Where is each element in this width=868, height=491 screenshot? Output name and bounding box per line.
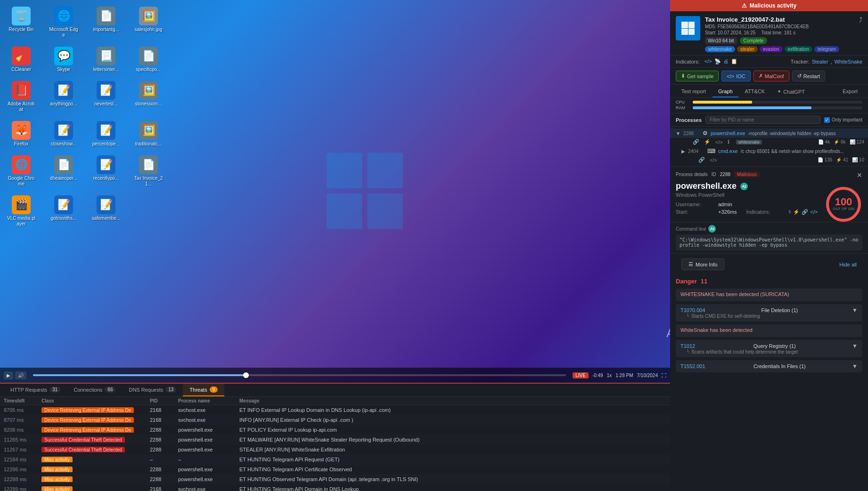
- process-filter-input[interactable]: [705, 116, 820, 124]
- proc-network-icon3[interactable]: 🔗: [802, 209, 808, 215]
- share-icon[interactable]: ⤴: [859, 16, 862, 24]
- desktop-icon-firefox[interactable]: 🦊Firefox: [5, 119, 38, 149]
- desktop-icon-importantg...[interactable]: 📄importantg...: [90, 5, 123, 40]
- bottom-tab-connections[interactable]: Connections 66: [67, 384, 122, 396]
- get-sample-button[interactable]: ⬇ Get sample: [676, 71, 719, 81]
- hide-all-button[interactable]: Hide all: [834, 260, 862, 269]
- process-row-cmd[interactable]: ▶ 2404 ⌨ cmd.exe /c chcp 65001 && netsh …: [670, 146, 868, 156]
- threat-expand-t1012[interactable]: ▼: [852, 343, 858, 349]
- threat-header-t1012: T1012 Query Registry (1) ▼: [680, 343, 858, 349]
- desktop-icon-google-chrome[interactable]: 🌐Google Chrome: [5, 153, 38, 189]
- proc-link-icon-2[interactable]: 🔗: [698, 157, 705, 163]
- desktop-icon-adobe-acrobat[interactable]: 📕Adobe Acrobat: [5, 79, 38, 114]
- restart-button[interactable]: ↺ Restart: [792, 71, 825, 81]
- tab-graph[interactable]: Graph: [712, 87, 738, 97]
- close-details-button[interactable]: ✕: [857, 171, 862, 179]
- code-icon[interactable]: </>: [704, 58, 712, 64]
- bottom-tab-dns-requests[interactable]: DNS Requests 13: [122, 384, 183, 396]
- tab-label-1: Connections: [74, 387, 102, 393]
- td-pid: 2288: [150, 427, 178, 433]
- volume-button[interactable]: 🔊: [15, 371, 26, 379]
- tab-text-report[interactable]: Text report: [676, 87, 712, 97]
- desktop-icon-skype[interactable]: 💬Skype: [47, 45, 80, 74]
- threat-link-t1070[interactable]: T1070.004: [680, 307, 705, 313]
- threat-expand-t1552[interactable]: ▼: [852, 363, 858, 370]
- expand-icon[interactable]: ▼: [676, 131, 680, 136]
- bottom-tab-threats[interactable]: Threats 9: [183, 384, 224, 396]
- svg-text:OUT OF 100: OUT OF 100: [833, 207, 854, 211]
- username-label: Username:: [676, 201, 713, 207]
- svg-rect-5: [688, 22, 695, 28]
- desktop-icon-closeshow...[interactable]: 📝closeshow...: [47, 119, 80, 149]
- tab-export[interactable]: Export: [838, 87, 862, 97]
- fullscreen-btn[interactable]: ⛶: [662, 373, 666, 378]
- class-badge: Misc activity: [41, 476, 73, 482]
- threat-link-t1012[interactable]: T1012: [680, 343, 695, 349]
- proc-mem-2: 📄 136: [818, 157, 832, 162]
- proc-code-icon3[interactable]: </>: [810, 209, 818, 215]
- proc-code-icon[interactable]: </>: [715, 139, 723, 145]
- danger-item-whitesnake: WhiteSnake has been detected: [676, 324, 862, 337]
- desktop-icon-recentlypo...[interactable]: 📝recentlypo...: [90, 153, 123, 189]
- proc-bio-icon[interactable]: ⚕: [788, 209, 791, 215]
- icon-image-11: 🖼️: [139, 81, 158, 100]
- desktop-icon-ccleaner[interactable]: 🧹CCleaner: [5, 45, 38, 74]
- more-info-button[interactable]: ☰ More Info: [681, 258, 724, 270]
- icon-image-7: 📄: [139, 47, 158, 65]
- tab-chatgpt[interactable]: ✦ ChatGPT: [771, 87, 811, 97]
- cmdline-ai-icon: AI: [708, 225, 716, 233]
- play-button[interactable]: ▶: [4, 371, 13, 379]
- copy-icon[interactable]: 📋: [731, 58, 737, 64]
- network-icon[interactable]: 📡: [714, 58, 721, 64]
- process-row-powershell[interactable]: ▼ 2288 ⚙ powershell.exe -noprofile -wind…: [670, 129, 868, 138]
- proc-network-icon[interactable]: ⚡: [704, 139, 711, 145]
- bottom-tab-http-requests[interactable]: HTTP Requests 31: [4, 384, 67, 396]
- ioc-button[interactable]: </> IOC: [721, 71, 750, 81]
- threat-sub-t1070: └Starts CMD.EXE for self-deleting: [680, 314, 858, 319]
- desktop-icon-lettersinter...[interactable]: 📃lettersinter...: [90, 45, 123, 74]
- threat-link-t1552[interactable]: T1552.001: [680, 363, 705, 369]
- cmd-command: /c chcp 65001 && netsh wlan show profile…: [741, 149, 864, 154]
- icon-image-18: 📝: [97, 155, 115, 174]
- desktop-icon-nevertest...[interactable]: 📝nevertest...: [90, 79, 123, 114]
- ram-label: RAM: [676, 105, 690, 110]
- th-class: Class: [41, 398, 150, 403]
- threat-expand-t1070[interactable]: ▼: [852, 307, 858, 314]
- cmdline-section: Command line AI "C:\Windows\System32\Win…: [670, 222, 868, 254]
- desktop-icon-stonessom...[interactable]: 🖼️stonessom...: [132, 79, 165, 114]
- desktop-icon-percentope...[interactable]: 📝percentope...: [90, 119, 123, 149]
- only-important-checkbox[interactable]: ✓: [824, 117, 830, 123]
- progress-bar[interactable]: [33, 374, 566, 376]
- desktop-icon-gotmonths...[interactable]: 📝gotmonths...: [47, 193, 80, 229]
- desktop-icon-traditionalc...[interactable]: 🖼️traditionalc...: [132, 119, 165, 149]
- only-important-toggle[interactable]: ✓ Only important: [824, 117, 862, 123]
- tracker-whitesnake[interactable]: WhiteSnake: [835, 59, 862, 64]
- desktop-icon-specificpo...[interactable]: 📄specificpo...: [132, 45, 165, 74]
- tracker-stealer[interactable]: Stealer: [812, 59, 828, 64]
- proc-info-icon[interactable]: ℹ: [728, 139, 729, 145]
- desktop-icon-safemembe...[interactable]: 📝safemembe...: [90, 193, 123, 229]
- td-time: 12288 ms: [4, 476, 41, 482]
- desktop-icon-tax-invoice_21...[interactable]: 📄Tax Invoice_21...: [132, 153, 165, 189]
- desktop-icon-salesjohn.jpg[interactable]: 🖼️salesjohn.jpg: [132, 5, 165, 40]
- desktop-icon-recycle-bin[interactable]: 🗑️Recycle Bin: [5, 5, 38, 40]
- proc-link-icon[interactable]: 🔗: [693, 139, 699, 145]
- desktop-icon-microsoft-edge[interactable]: 🌐Microsoft Edge: [47, 5, 80, 40]
- only-important-label: Only important: [832, 117, 862, 122]
- th-timeshift: Timeshift: [4, 398, 41, 403]
- svg-rect-4: [681, 22, 688, 28]
- desktop-icon-dheaieoper...[interactable]: 📄dheaieoper...: [47, 153, 80, 189]
- class-badge: Successful Credential Theft Detected: [41, 437, 125, 443]
- proc-code-icon-2[interactable]: </>: [710, 157, 717, 163]
- indicators-row: Indicators: </> 📡 🖨 📋 Tracker: Stealer ,…: [670, 56, 868, 68]
- class-badge: Device Retrieving External IP Address De: [41, 417, 134, 423]
- print-icon[interactable]: 🖨: [723, 58, 729, 64]
- tab-attck[interactable]: ATT&CK: [739, 87, 771, 97]
- desktop-icon-anythingpo...[interactable]: 📝anythingpo...: [47, 79, 80, 114]
- proc-link-icon3[interactable]: ⚡: [793, 209, 800, 215]
- expand-icon-2[interactable]: ▶: [681, 149, 685, 154]
- malconf-button[interactable]: ✗ MalConf: [753, 71, 789, 81]
- right-panel: ⚠ Malicious activity Tax Invoice_2192004…: [670, 0, 868, 491]
- malconf-icon: ✗: [759, 73, 763, 79]
- desktop-icon-vlc-media-player[interactable]: 🎬VLC media player: [5, 193, 38, 229]
